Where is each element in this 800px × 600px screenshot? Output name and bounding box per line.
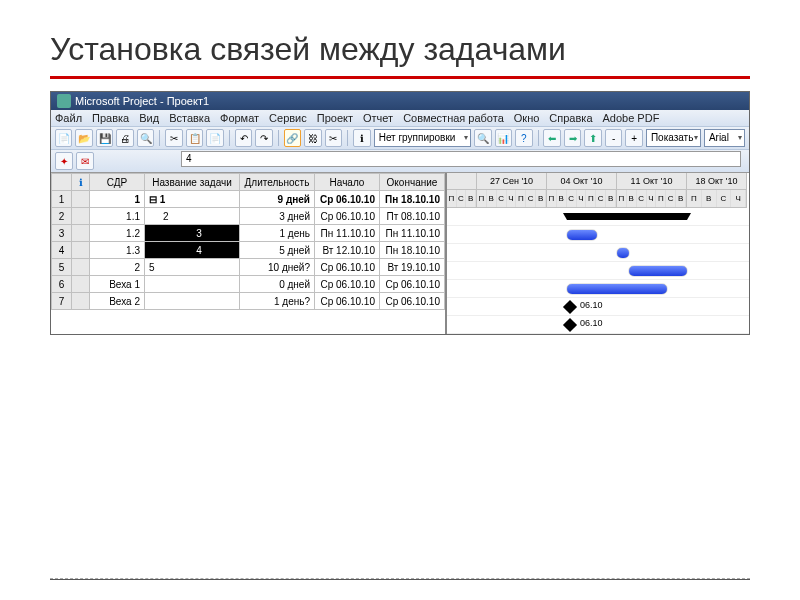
table-row[interactable]: 6 Веха 1 0 дней Ср 06.10.10 Ср 06.10.10 (52, 276, 445, 293)
info-cell[interactable] (72, 208, 90, 225)
zoom-button[interactable]: 🔍 (474, 129, 491, 147)
rownum[interactable]: 4 (52, 242, 72, 259)
menu-window[interactable]: Окно (514, 112, 540, 124)
wbs-cell[interactable]: Веха 1 (90, 276, 145, 293)
task-bar[interactable] (629, 266, 687, 276)
unlink-tasks-button[interactable]: ⛓ (304, 129, 321, 147)
task-bar[interactable] (567, 230, 597, 240)
link-tasks-button[interactable]: 🔗 (284, 129, 301, 147)
new-button[interactable]: 📄 (55, 129, 72, 147)
info-cell[interactable] (72, 242, 90, 259)
split-button[interactable]: ✂ (325, 129, 342, 147)
outdent-button[interactable]: - (605, 129, 622, 147)
nav-right-button[interactable]: ➡ (564, 129, 581, 147)
col-info-icon[interactable]: ℹ (72, 174, 90, 191)
wbs-cell[interactable]: 2 (90, 259, 145, 276)
start-cell[interactable]: Ср 06.10.10 (315, 293, 380, 310)
col-end[interactable]: Окончание (380, 174, 445, 191)
rownum[interactable]: 5 (52, 259, 72, 276)
table-row[interactable]: 7 Веха 2 1 день? Ср 06.10.10 Ср 06.10.10 (52, 293, 445, 310)
nav-up-button[interactable]: ⬆ (584, 129, 601, 147)
menu-edit[interactable]: Правка (92, 112, 129, 124)
end-cell[interactable]: Пн 18.10.10 (380, 191, 445, 208)
table-row[interactable]: 1 1 ⊟ 1 9 дней Ср 06.10.10 Пн 18.10.10 (52, 191, 445, 208)
show-select[interactable]: Показать (646, 129, 701, 147)
end-cell[interactable]: Пн 18.10.10 (380, 242, 445, 259)
goto-button[interactable]: 📊 (495, 129, 512, 147)
col-name[interactable]: Название задачи (145, 174, 240, 191)
col-wbs[interactable]: СДР (90, 174, 145, 191)
end-cell[interactable]: Пн 11.10.10 (380, 225, 445, 242)
milestone-icon[interactable] (563, 300, 577, 314)
menu-view[interactable]: Вид (139, 112, 159, 124)
menu-file[interactable]: Файл (55, 112, 82, 124)
start-cell[interactable]: Ср 06.10.10 (315, 276, 380, 293)
info-cell[interactable] (72, 259, 90, 276)
wbs-cell[interactable]: 1.3 (90, 242, 145, 259)
copy-button[interactable]: 📋 (186, 129, 203, 147)
start-cell[interactable]: Ср 06.10.10 (315, 208, 380, 225)
save-button[interactable]: 💾 (96, 129, 113, 147)
task-bar[interactable] (617, 248, 629, 258)
name-cell[interactable]: 5 (145, 259, 240, 276)
menu-tools[interactable]: Сервис (269, 112, 307, 124)
end-cell[interactable]: Вт 19.10.10 (380, 259, 445, 276)
start-cell[interactable]: Вт 12.10.10 (315, 242, 380, 259)
end-cell[interactable]: Пт 08.10.10 (380, 208, 445, 225)
grouping-select[interactable]: Нет группировки (374, 129, 471, 147)
table-row[interactable]: 2 1.1 2 3 дней Ср 06.10.10 Пт 08.10.10 (52, 208, 445, 225)
menu-adobe[interactable]: Adobe PDF (603, 112, 660, 124)
menu-help[interactable]: Справка (549, 112, 592, 124)
start-cell[interactable]: Пн 11.10.10 (315, 225, 380, 242)
end-cell[interactable]: Ср 06.10.10 (380, 276, 445, 293)
table-row[interactable]: 4 1.3 4 5 дней Вт 12.10.10 Пн 18.10.10 (52, 242, 445, 259)
start-cell[interactable]: Ср 06.10.10 (315, 259, 380, 276)
menu-insert[interactable]: Вставка (169, 112, 210, 124)
preview-button[interactable]: 🔍 (137, 129, 154, 147)
dur-cell[interactable]: 1 день? (240, 293, 315, 310)
info-button[interactable]: ℹ (353, 129, 370, 147)
menu-report[interactable]: Отчет (363, 112, 393, 124)
table-row[interactable]: 5 2 5 10 дней? Ср 06.10.10 Вт 19.10.10 (52, 259, 445, 276)
table-row[interactable]: 3 1.2 3 1 день Пн 11.10.10 Пн 11.10.10 (52, 225, 445, 242)
dur-cell[interactable]: 10 дней? (240, 259, 315, 276)
cut-button[interactable]: ✂ (165, 129, 182, 147)
gantt-body[interactable]: 06.10 06.10 (447, 208, 749, 334)
info-cell[interactable] (72, 225, 90, 242)
wbs-cell[interactable]: Веха 2 (90, 293, 145, 310)
dur-cell[interactable]: 9 дней (240, 191, 315, 208)
rownum[interactable]: 2 (52, 208, 72, 225)
name-cell[interactable]: ⊟ 1 (145, 191, 240, 208)
menu-collab[interactable]: Совместная работа (403, 112, 504, 124)
name-cell-selected[interactable]: 3 (145, 225, 240, 242)
entry-bar[interactable]: 4 (181, 151, 741, 167)
rownum[interactable]: 3 (52, 225, 72, 242)
milestone-icon[interactable] (563, 318, 577, 332)
info-cell[interactable] (72, 276, 90, 293)
pdf-button[interactable]: ✦ (55, 152, 73, 170)
end-cell[interactable]: Ср 06.10.10 (380, 293, 445, 310)
indent-button[interactable]: + (625, 129, 642, 147)
paste-button[interactable]: 📄 (206, 129, 223, 147)
task-bar[interactable] (567, 284, 667, 294)
rownum[interactable]: 7 (52, 293, 72, 310)
dur-cell[interactable]: 0 дней (240, 276, 315, 293)
print-button[interactable]: 🖨 (116, 129, 133, 147)
rownum[interactable]: 6 (52, 276, 72, 293)
help-button[interactable]: ? (515, 129, 532, 147)
col-rownum[interactable] (52, 174, 72, 191)
menu-project[interactable]: Проект (317, 112, 353, 124)
nav-left-button[interactable]: ⬅ (543, 129, 560, 147)
pdf-mail-button[interactable]: ✉ (76, 152, 94, 170)
undo-button[interactable]: ↶ (235, 129, 252, 147)
dur-cell[interactable]: 1 день (240, 225, 315, 242)
gantt-chart[interactable]: ПСВ 27 Сен '10 ПВСЧПСВ 04 Окт '10 ПВСЧПС… (445, 173, 749, 334)
wbs-cell[interactable]: 1 (90, 191, 145, 208)
name-cell-selected[interactable]: 4 (145, 242, 240, 259)
dur-cell[interactable]: 3 дней (240, 208, 315, 225)
start-cell[interactable]: Ср 06.10.10 (315, 191, 380, 208)
col-start[interactable]: Начало (315, 174, 380, 191)
open-button[interactable]: 📂 (75, 129, 92, 147)
menu-format[interactable]: Формат (220, 112, 259, 124)
rownum[interactable]: 1 (52, 191, 72, 208)
